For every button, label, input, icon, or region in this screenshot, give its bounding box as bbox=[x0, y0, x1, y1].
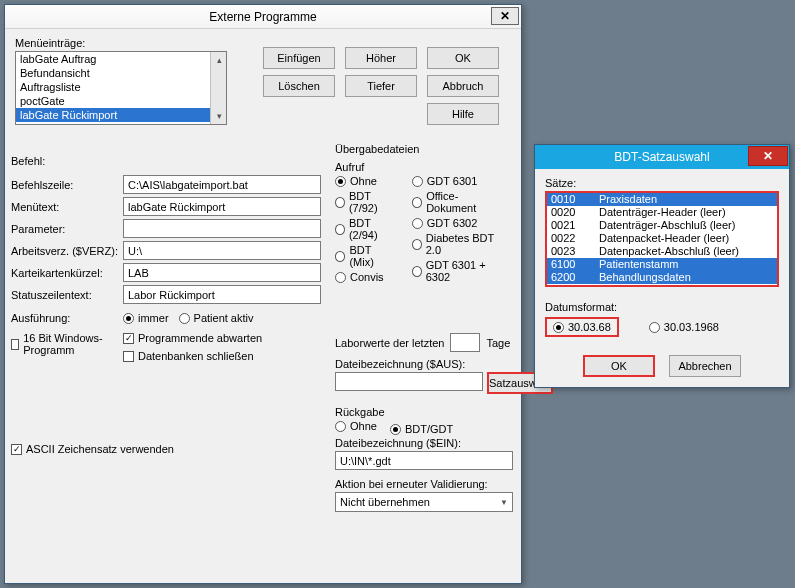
karteikarten-input[interactable] bbox=[123, 263, 321, 282]
ascii-checkbox[interactable]: ASCII Zeichensatz verwenden bbox=[11, 443, 174, 455]
hilfe-button[interactable]: Hilfe bbox=[427, 103, 499, 125]
tiefer-button[interactable]: Tiefer bbox=[345, 75, 417, 97]
dateibez-aus-label: Dateibezeichnung ($AUS): bbox=[335, 358, 513, 370]
dateibez-aus-input[interactable] bbox=[335, 372, 483, 391]
aktion-label: Aktion bei erneuter Validierung: bbox=[335, 478, 513, 490]
list-item[interactable]: labGate Auftrag bbox=[16, 52, 226, 66]
ok-button[interactable]: OK bbox=[427, 47, 499, 69]
datum-short-radio[interactable]: 30.03.68 bbox=[545, 317, 619, 337]
list-item[interactable]: Befundansicht bbox=[16, 66, 226, 80]
aufruf-ohne-radio[interactable]: Ohne bbox=[335, 175, 396, 187]
arbeitsverz-label: Arbeitsverz. ($VERZ): bbox=[11, 245, 123, 257]
aufruf-bdt294-radio[interactable]: BDT (2/94) bbox=[335, 217, 396, 241]
befehlszeile-label: Befehlszeile: bbox=[11, 179, 123, 191]
list-item[interactable]: Auftragsliste bbox=[16, 80, 226, 94]
aufruf-label: Aufruf bbox=[335, 161, 513, 173]
aufruf-convis-radio[interactable]: Convis bbox=[335, 271, 396, 283]
tage-label: Tage bbox=[486, 337, 510, 349]
ok-button[interactable]: OK bbox=[583, 355, 655, 377]
uebergabe-label: Übergabedateien bbox=[335, 143, 513, 155]
rueckgabe-ohne-radio[interactable]: Ohne bbox=[335, 420, 377, 432]
close-button[interactable]: ✕ bbox=[491, 7, 519, 25]
parameter-input[interactable] bbox=[123, 219, 321, 238]
laborwerte-input[interactable] bbox=[450, 333, 480, 352]
statuszeile-input[interactable] bbox=[123, 285, 321, 304]
aufruf-bdtmix-radio[interactable]: BDT (Mix) bbox=[335, 244, 396, 268]
aufruf-office-radio[interactable]: Office-Dokument bbox=[412, 190, 503, 214]
dialog-externe-programme: Externe Programme ✕ Menüeinträge: labGat… bbox=[4, 4, 522, 584]
list-item[interactable]: 0023Datenpacket-Abschluß (leer) bbox=[547, 245, 777, 258]
list-item[interactable]: 0021Datenträger-Abschluß (leer) bbox=[547, 219, 777, 232]
datum-long-radio[interactable]: 30.03.1968 bbox=[649, 321, 719, 333]
datumsformat-label: Datumsformat: bbox=[545, 301, 779, 313]
menuetext-input[interactable] bbox=[123, 197, 321, 216]
aufruf-diabetes-radio[interactable]: Diabetes BDT 2.0 bbox=[412, 232, 503, 256]
laborwerte-label: Laborwerte der letzten bbox=[335, 337, 444, 349]
hoeher-button[interactable]: Höher bbox=[345, 47, 417, 69]
list-item[interactable]: 0022Datenpacket-Header (leer) bbox=[547, 232, 777, 245]
ausfuehrung-patient-radio[interactable]: Patient aktiv bbox=[179, 312, 254, 324]
scroll-down-icon[interactable]: ▾ bbox=[211, 108, 227, 124]
programmende-checkbox[interactable]: Programmende abwarten bbox=[123, 332, 311, 344]
scroll-up-icon[interactable]: ▴ bbox=[211, 52, 227, 68]
befehlszeile-input[interactable] bbox=[123, 175, 321, 194]
arbeitsverz-input[interactable] bbox=[123, 241, 321, 260]
list-item[interactable]: poctGate bbox=[16, 94, 226, 108]
titlebar: BDT-Satzauswahl ✕ bbox=[535, 145, 789, 169]
parameter-label: Parameter: bbox=[11, 223, 123, 235]
button-grid: Einfügen Höher OK Löschen Tiefer Abbruch… bbox=[263, 47, 499, 125]
rueckgabe-bdtgdt-radio[interactable]: BDT/GDT bbox=[390, 423, 453, 435]
menuetext-label: Menütext: bbox=[11, 201, 123, 213]
aufruf-gdt6302-radio[interactable]: GDT 6302 bbox=[412, 217, 503, 229]
titlebar: Externe Programme ✕ bbox=[5, 5, 521, 29]
16bit-checkbox[interactable]: 16 Bit Windows-Programm bbox=[11, 332, 113, 356]
list-item[interactable]: 0010Praxisdaten bbox=[547, 193, 777, 206]
dateibez-ein-input[interactable] bbox=[335, 451, 513, 470]
dialog-title: Externe Programme bbox=[209, 10, 316, 24]
saetze-listbox[interactable]: 0010Praxisdaten 0020Datenträger-Header (… bbox=[545, 191, 779, 287]
list-item[interactable]: labGate Rückimport bbox=[16, 108, 226, 122]
karteikarten-label: Karteikartenkürzel: bbox=[11, 267, 123, 279]
dialog-bdt-satzauswahl: BDT-Satzauswahl ✕ Sätze: 0010Praxisdaten… bbox=[534, 144, 790, 388]
ausfuehrung-immer-radio[interactable]: immer bbox=[123, 312, 169, 324]
einfuegen-button[interactable]: Einfügen bbox=[263, 47, 335, 69]
uebergabe-pane: Übergabedateien Aufruf Ohne BDT (7/92) B… bbox=[335, 141, 513, 512]
rueckgabe-label: Rückgabe bbox=[335, 406, 513, 418]
menu-listbox[interactable]: labGate Auftrag Befundansicht Auftragsli… bbox=[15, 51, 227, 125]
saetze-label: Sätze: bbox=[545, 177, 779, 189]
abbrechen-button[interactable]: Abbrechen bbox=[669, 355, 741, 377]
aktion-select[interactable]: Nicht übernehmen ▼ bbox=[335, 492, 513, 512]
aufruf-gdt63016302-radio[interactable]: GDT 6301 + 6302 bbox=[412, 259, 503, 283]
befehl-label: Befehl: bbox=[11, 155, 321, 167]
abbruch-button[interactable]: Abbruch bbox=[427, 75, 499, 97]
list-item[interactable]: 6200Behandlungsdaten bbox=[547, 271, 777, 284]
chevron-down-icon: ▼ bbox=[500, 498, 508, 507]
datenbanken-checkbox[interactable]: Datenbanken schließen bbox=[123, 350, 311, 362]
dateibez-ein-label: Dateibezeichnung ($EIN): bbox=[335, 437, 513, 449]
aufruf-bdt792-radio[interactable]: BDT (7/92) bbox=[335, 190, 396, 214]
aufruf-gdt6301-radio[interactable]: GDT 6301 bbox=[412, 175, 503, 187]
ausfuehrung-label: Ausführung: bbox=[11, 312, 123, 324]
scrollbar[interactable]: ▴ ▾ bbox=[210, 52, 226, 124]
close-button[interactable]: ✕ bbox=[748, 146, 788, 166]
statuszeile-label: Statuszeilentext: bbox=[11, 289, 123, 301]
list-item[interactable]: 6100Patientenstamm bbox=[547, 258, 777, 271]
list-item[interactable]: 0020Datenträger-Header (leer) bbox=[547, 206, 777, 219]
dialog-title: BDT-Satzauswahl bbox=[614, 150, 709, 164]
loeschen-button[interactable]: Löschen bbox=[263, 75, 335, 97]
